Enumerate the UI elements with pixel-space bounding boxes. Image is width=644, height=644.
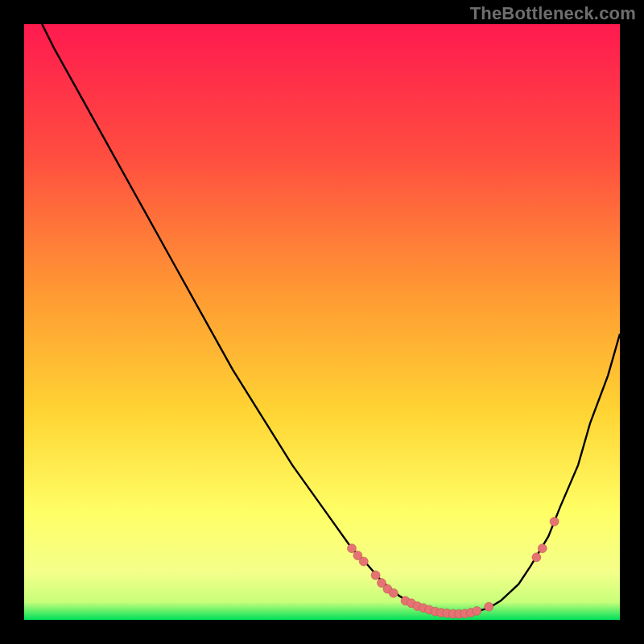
data-dot [348, 544, 357, 553]
data-dot [532, 553, 541, 562]
plot-area [24, 24, 620, 620]
chart-container: TheBottleneck.com [0, 0, 644, 644]
data-dot [389, 588, 398, 597]
data-dot [538, 544, 547, 553]
chart-svg [24, 24, 620, 620]
gradient-background [24, 24, 620, 620]
data-dot [473, 606, 481, 615]
attribution-text: TheBottleneck.com [470, 3, 636, 24]
data-dot [359, 557, 368, 566]
data-dot [550, 517, 559, 526]
data-dot [485, 602, 493, 611]
data-dot [371, 571, 380, 580]
